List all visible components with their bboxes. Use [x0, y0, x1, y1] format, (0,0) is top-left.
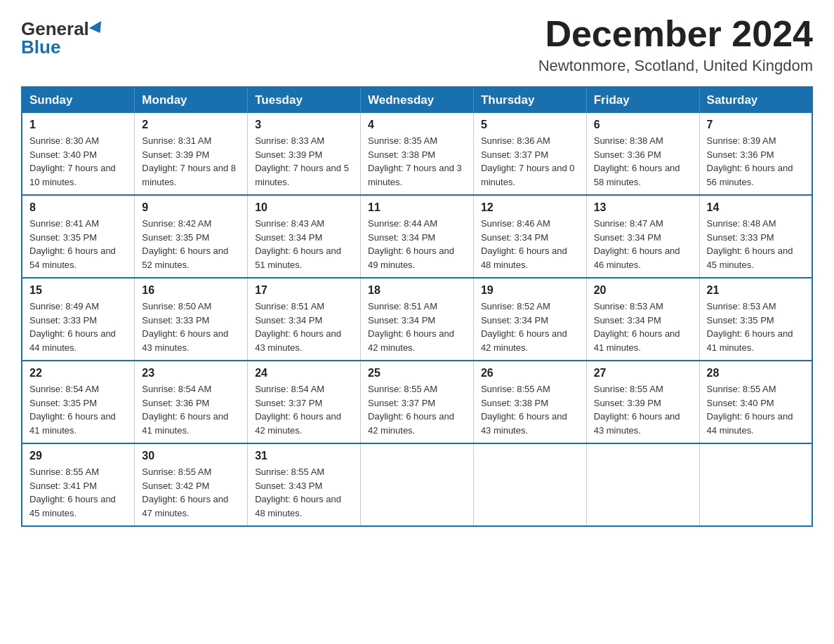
day-info: Sunrise: 8:52 AMSunset: 3:34 PMDaylight:… — [481, 301, 567, 353]
day-info: Sunrise: 8:54 AMSunset: 3:36 PMDaylight:… — [142, 384, 228, 436]
day-info: Sunrise: 8:51 AMSunset: 3:34 PMDaylight:… — [255, 301, 341, 353]
table-row: 1 Sunrise: 8:30 AMSunset: 3:40 PMDayligh… — [22, 113, 135, 195]
table-row — [473, 443, 586, 526]
table-row: 16 Sunrise: 8:50 AMSunset: 3:33 PMDaylig… — [135, 278, 248, 361]
table-row — [699, 443, 812, 526]
day-info: Sunrise: 8:46 AMSunset: 3:34 PMDaylight:… — [481, 218, 567, 270]
table-row: 5 Sunrise: 8:36 AMSunset: 3:37 PMDayligh… — [473, 113, 586, 195]
day-number: 27 — [594, 367, 692, 380]
table-row: 24 Sunrise: 8:54 AMSunset: 3:37 PMDaylig… — [248, 361, 361, 443]
table-row: 9 Sunrise: 8:42 AMSunset: 3:35 PMDayligh… — [135, 195, 248, 278]
calendar-week-row: 29 Sunrise: 8:55 AMSunset: 3:41 PMDaylig… — [22, 443, 812, 526]
table-row: 7 Sunrise: 8:39 AMSunset: 3:36 PMDayligh… — [699, 113, 812, 195]
table-row: 15 Sunrise: 8:49 AMSunset: 3:33 PMDaylig… — [22, 278, 135, 361]
logo-triangle-icon — [89, 21, 106, 36]
calendar-week-row: 22 Sunrise: 8:54 AMSunset: 3:35 PMDaylig… — [22, 361, 812, 443]
table-row: 31 Sunrise: 8:55 AMSunset: 3:43 PMDaylig… — [248, 443, 361, 526]
day-number: 3 — [255, 119, 353, 131]
col-saturday: Saturday — [699, 87, 812, 113]
month-title: December 2024 — [538, 14, 813, 54]
table-row: 29 Sunrise: 8:55 AMSunset: 3:41 PMDaylig… — [22, 443, 135, 526]
table-row: 13 Sunrise: 8:47 AMSunset: 3:34 PMDaylig… — [586, 195, 699, 278]
col-sunday: Sunday — [22, 87, 135, 113]
day-number: 23 — [142, 367, 240, 380]
day-info: Sunrise: 8:53 AMSunset: 3:34 PMDaylight:… — [594, 301, 680, 353]
day-number: 8 — [29, 201, 127, 214]
table-row: 8 Sunrise: 8:41 AMSunset: 3:35 PMDayligh… — [22, 195, 135, 278]
day-number: 1 — [29, 119, 127, 131]
table-row: 17 Sunrise: 8:51 AMSunset: 3:34 PMDaylig… — [248, 278, 361, 361]
day-info: Sunrise: 8:55 AMSunset: 3:42 PMDaylight:… — [142, 467, 228, 518]
day-info: Sunrise: 8:41 AMSunset: 3:35 PMDaylight:… — [29, 218, 116, 270]
day-number: 26 — [481, 367, 579, 380]
table-row: 20 Sunrise: 8:53 AMSunset: 3:34 PMDaylig… — [586, 278, 699, 361]
day-info: Sunrise: 8:50 AMSunset: 3:33 PMDaylight:… — [142, 301, 228, 353]
table-row: 6 Sunrise: 8:38 AMSunset: 3:36 PMDayligh… — [586, 113, 699, 195]
table-row: 4 Sunrise: 8:35 AMSunset: 3:38 PMDayligh… — [361, 113, 474, 195]
table-row — [586, 443, 699, 526]
day-info: Sunrise: 8:55 AMSunset: 3:38 PMDaylight:… — [481, 384, 567, 436]
calendar-header-row: Sunday Monday Tuesday Wednesday Thursday… — [22, 87, 812, 113]
table-row: 3 Sunrise: 8:33 AMSunset: 3:39 PMDayligh… — [248, 113, 361, 195]
day-number: 5 — [481, 119, 579, 131]
logo-general-text: General — [21, 20, 89, 38]
table-row: 14 Sunrise: 8:48 AMSunset: 3:33 PMDaylig… — [699, 195, 812, 278]
table-row: 28 Sunrise: 8:55 AMSunset: 3:40 PMDaylig… — [699, 361, 812, 443]
header: General Blue December 2024 Newtonmore, S… — [21, 14, 813, 75]
col-tuesday: Tuesday — [248, 87, 361, 113]
day-number: 31 — [255, 450, 353, 462]
location-title: Newtonmore, Scotland, United Kingdom — [538, 57, 813, 75]
day-number: 21 — [707, 284, 805, 297]
day-info: Sunrise: 8:38 AMSunset: 3:36 PMDaylight:… — [594, 135, 680, 187]
day-number: 28 — [707, 367, 805, 380]
day-number: 9 — [142, 201, 240, 214]
day-number: 24 — [255, 367, 353, 380]
day-number: 16 — [142, 284, 240, 297]
day-info: Sunrise: 8:55 AMSunset: 3:43 PMDaylight:… — [255, 467, 341, 518]
day-info: Sunrise: 8:51 AMSunset: 3:34 PMDaylight:… — [368, 301, 454, 353]
table-row: 11 Sunrise: 8:44 AMSunset: 3:34 PMDaylig… — [361, 195, 474, 278]
table-row: 2 Sunrise: 8:31 AMSunset: 3:39 PMDayligh… — [135, 113, 248, 195]
day-info: Sunrise: 8:43 AMSunset: 3:34 PMDaylight:… — [255, 218, 341, 270]
day-number: 20 — [594, 284, 692, 297]
day-number: 2 — [142, 119, 240, 131]
day-info: Sunrise: 8:55 AMSunset: 3:37 PMDaylight:… — [368, 384, 454, 436]
table-row: 27 Sunrise: 8:55 AMSunset: 3:39 PMDaylig… — [586, 361, 699, 443]
day-number: 22 — [29, 367, 127, 380]
day-info: Sunrise: 8:30 AMSunset: 3:40 PMDaylight:… — [29, 135, 116, 187]
col-friday: Friday — [586, 87, 699, 113]
day-info: Sunrise: 8:36 AMSunset: 3:37 PMDaylight:… — [481, 135, 575, 187]
calendar-table: Sunday Monday Tuesday Wednesday Thursday… — [21, 86, 813, 527]
calendar-week-row: 8 Sunrise: 8:41 AMSunset: 3:35 PMDayligh… — [22, 195, 812, 278]
day-info: Sunrise: 8:55 AMSunset: 3:40 PMDaylight:… — [707, 384, 793, 436]
day-info: Sunrise: 8:48 AMSunset: 3:33 PMDaylight:… — [707, 218, 793, 270]
day-info: Sunrise: 8:55 AMSunset: 3:39 PMDaylight:… — [594, 384, 680, 436]
calendar-week-row: 15 Sunrise: 8:49 AMSunset: 3:33 PMDaylig… — [22, 278, 812, 361]
day-number: 6 — [594, 119, 692, 131]
table-row: 30 Sunrise: 8:55 AMSunset: 3:42 PMDaylig… — [135, 443, 248, 526]
day-number: 13 — [594, 201, 692, 214]
table-row: 21 Sunrise: 8:53 AMSunset: 3:35 PMDaylig… — [699, 278, 812, 361]
table-row: 10 Sunrise: 8:43 AMSunset: 3:34 PMDaylig… — [248, 195, 361, 278]
day-number: 15 — [29, 284, 127, 297]
table-row: 26 Sunrise: 8:55 AMSunset: 3:38 PMDaylig… — [473, 361, 586, 443]
col-wednesday: Wednesday — [361, 87, 474, 113]
day-info: Sunrise: 8:35 AMSunset: 3:38 PMDaylight:… — [368, 135, 462, 187]
table-row: 12 Sunrise: 8:46 AMSunset: 3:34 PMDaylig… — [473, 195, 586, 278]
day-info: Sunrise: 8:42 AMSunset: 3:35 PMDaylight:… — [142, 218, 228, 270]
day-number: 10 — [255, 201, 353, 214]
day-info: Sunrise: 8:33 AMSunset: 3:39 PMDaylight:… — [255, 135, 349, 187]
day-info: Sunrise: 8:54 AMSunset: 3:35 PMDaylight:… — [29, 384, 116, 436]
col-thursday: Thursday — [473, 87, 586, 113]
day-info: Sunrise: 8:54 AMSunset: 3:37 PMDaylight:… — [255, 384, 341, 436]
table-row: 25 Sunrise: 8:55 AMSunset: 3:37 PMDaylig… — [361, 361, 474, 443]
table-row: 19 Sunrise: 8:52 AMSunset: 3:34 PMDaylig… — [473, 278, 586, 361]
day-number: 19 — [481, 284, 579, 297]
day-info: Sunrise: 8:49 AMSunset: 3:33 PMDaylight:… — [29, 301, 116, 353]
day-number: 12 — [481, 201, 579, 214]
day-number: 11 — [368, 201, 466, 214]
day-info: Sunrise: 8:44 AMSunset: 3:34 PMDaylight:… — [368, 218, 454, 270]
day-info: Sunrise: 8:31 AMSunset: 3:39 PMDaylight:… — [142, 135, 236, 187]
table-row: 18 Sunrise: 8:51 AMSunset: 3:34 PMDaylig… — [361, 278, 474, 361]
day-info: Sunrise: 8:47 AMSunset: 3:34 PMDaylight:… — [594, 218, 680, 270]
